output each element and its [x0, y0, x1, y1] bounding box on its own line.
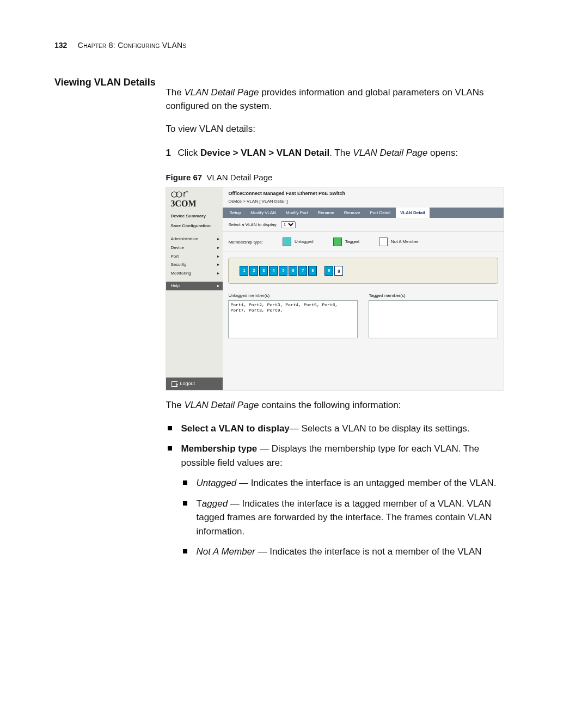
- tab-remove[interactable]: Remove: [340, 208, 365, 218]
- bullet-not-member: Not A Member — Indicates the interface i…: [181, 545, 503, 559]
- port-3[interactable]: 3: [259, 266, 268, 276]
- breadcrumb: Device > VLAN [ VLAN Detail ]: [228, 198, 498, 205]
- port-g[interactable]: g: [334, 266, 343, 276]
- tab-port-detail[interactable]: Port Detail: [366, 208, 395, 218]
- untagged-members-label: Untagged member(s): [228, 293, 358, 299]
- chevron-right-icon: ▸: [217, 283, 219, 289]
- bullet-membership: Membership type — Displays the membershi…: [166, 442, 503, 559]
- chevron-right-icon: ▸: [217, 261, 219, 268]
- rings-icon: [170, 191, 189, 198]
- tab-bar: Setup Modify VLAN Modify Port Rename Rem…: [223, 208, 504, 218]
- port-4[interactable]: 4: [269, 266, 278, 276]
- sidebar-item-monitoring[interactable]: Monitoring▸: [166, 269, 223, 278]
- tagged-members-box[interactable]: [369, 300, 498, 338]
- swatch-tagged-icon: [333, 238, 342, 246]
- intro-lead: To view VLAN details:: [166, 123, 503, 136]
- select-vlan-dropdown[interactable]: 1: [281, 221, 296, 228]
- swatch-untagged-icon: [283, 238, 291, 246]
- step-1: Click Device > VLAN > VLAN Detail. The V…: [166, 146, 503, 160]
- membership-label: Membership type:: [228, 239, 263, 246]
- port-strip: 1 2 3 4 5 6 7 8 9 g: [228, 258, 498, 284]
- select-vlan-label: Select a VLAN to display:: [228, 222, 277, 228]
- figure-screenshot: 3COM Device Summary Save Configuration A…: [166, 187, 504, 391]
- legend-not-member: Not A Member: [379, 238, 419, 246]
- chevron-right-icon: ▸: [217, 253, 219, 260]
- bullet-untagged: Untagged — Indicates the interface is an…: [181, 476, 503, 490]
- page-name-italic: VLAN Detail Page: [184, 87, 259, 98]
- port-6[interactable]: 6: [289, 266, 297, 276]
- logout-icon: [171, 381, 177, 387]
- logout-button[interactable]: Logout: [166, 378, 223, 390]
- sidebar-item-port[interactable]: Port▸: [166, 252, 223, 261]
- after-figure-text: The VLAN Detail Page contains the follow…: [166, 398, 503, 412]
- swatch-none-icon: [379, 238, 388, 246]
- tab-modify-vlan[interactable]: Modify VLAN: [246, 208, 280, 218]
- chevron-right-icon: ▸: [217, 236, 219, 242]
- sidebar-item-help[interactable]: Help▸: [166, 282, 223, 290]
- sidebar-item-admin[interactable]: Administration▸: [166, 235, 223, 244]
- port-9[interactable]: 9: [324, 266, 333, 276]
- tab-setup[interactable]: Setup: [225, 208, 245, 218]
- chapter-title: Chapter 8: Configuring VLANs: [78, 41, 187, 50]
- running-header: 132 Chapter 8: Configuring VLANs: [54, 41, 534, 50]
- chevron-right-icon: ▸: [217, 270, 219, 277]
- sidebar-item-device[interactable]: Device▸: [166, 244, 223, 252]
- sidebar-item-security[interactable]: Security▸: [166, 260, 223, 269]
- port-2[interactable]: 2: [249, 266, 258, 276]
- sidebar-item-device-summary[interactable]: Device Summary: [166, 211, 223, 221]
- brand-logo: 3COM: [166, 187, 223, 211]
- app-title: OfficeConnect Managed Fast Ethernet PoE …: [228, 190, 498, 197]
- figure-caption: Figure 67 VLAN Detail Page: [166, 172, 503, 184]
- legend-tagged: Tagged: [333, 238, 359, 246]
- tab-rename[interactable]: Rename: [314, 208, 339, 218]
- sidebar-item-save-config[interactable]: Save Configuration: [166, 221, 223, 231]
- tab-vlan-detail[interactable]: VLAN Detail: [396, 208, 430, 218]
- port-7[interactable]: 7: [298, 266, 307, 276]
- bullet-select-vlan: Select a VLAN to display— Selects a VLAN…: [166, 422, 503, 436]
- port-1[interactable]: 1: [240, 266, 248, 276]
- bullet-tagged: Tagged — Indicates the interface is a ta…: [181, 497, 503, 539]
- legend-untagged: Untagged: [283, 238, 314, 246]
- tab-modify-port[interactable]: Modify Port: [281, 208, 312, 218]
- section-heading: Viewing VLAN Details: [54, 77, 163, 88]
- tagged-members-label: Tagged member(s): [369, 293, 498, 299]
- page-number: 132: [54, 41, 67, 50]
- intro-paragraph: The VLAN Detail Page provides informatio…: [166, 86, 503, 113]
- untagged-members-box[interactable]: [228, 300, 358, 338]
- chevron-right-icon: ▸: [217, 245, 219, 251]
- port-8[interactable]: 8: [308, 266, 317, 276]
- port-5[interactable]: 5: [279, 266, 287, 276]
